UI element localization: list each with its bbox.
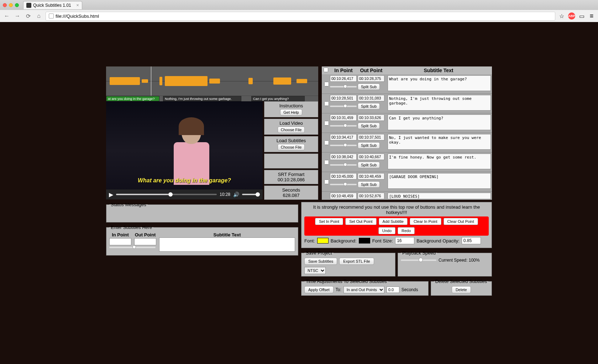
enter-in-input[interactable] [109,238,131,245]
enter-text-input[interactable] [159,237,295,252]
split-sub-button[interactable]: Split Sub [358,123,380,129]
subtitle-row-checkbox[interactable] [324,121,329,125]
timeline-segment[interactable]: Nothing, I'm just throwing out some garb… [163,96,241,101]
clear-in-point-button[interactable]: Clear In Point [410,218,441,225]
out-point-input[interactable] [358,95,384,101]
in-point-input[interactable] [330,154,357,160]
split-sub-button[interactable]: Split Sub [358,84,380,90]
volume-slider[interactable] [242,194,260,195]
subtitle-text-input[interactable]: Can I get you anything? [388,114,491,130]
play-icon[interactable]: ▶ [109,191,113,198]
subtitle-row: Split SubNo, I just wanted to make sure … [322,133,492,152]
subtitle-row-checkbox[interactable] [324,101,329,106]
in-point-input[interactable] [330,134,357,140]
in-point-input[interactable] [330,193,357,199]
in-point-input[interactable] [330,95,357,101]
subtitle-text-input[interactable]: [LOUD NOISES] [388,193,491,199]
device-icon[interactable]: ▭ [578,12,585,20]
delete-button[interactable]: Delete [452,286,471,293]
save-subtitles-button[interactable]: Save Subtitles [304,258,337,265]
redo-button[interactable]: Redo [398,227,415,234]
split-sub-button[interactable]: Split Sub [358,162,380,168]
timeline-segment[interactable]: Can I get you anything? [251,96,305,101]
subtitle-list[interactable]: Split SubWhat are you doing in the garag… [322,74,492,199]
subtitle-row-checkbox[interactable] [324,140,329,145]
add-subtitle-button[interactable]: Add Subtitle [379,218,408,225]
forward-icon[interactable]: → [14,12,21,20]
out-point-input[interactable] [358,173,384,180]
row-offset-slider[interactable] [330,86,357,87]
empty-panel [264,154,318,168]
row-offset-slider[interactable] [330,145,357,146]
subtitle-row-checkbox[interactable] [324,160,329,165]
enter-out-input[interactable] [134,238,156,245]
subtitle-row: Split SubNothing, I'm just throwing out … [322,94,492,113]
reload-icon[interactable]: ⟳ [24,12,32,20]
enter-offset-slider[interactable] [109,247,156,248]
row-offset-slider[interactable] [330,106,357,107]
tab-close-icon[interactable]: × [76,2,79,8]
abp-icon[interactable]: ABP [568,12,575,20]
row-offset-slider[interactable] [330,164,357,166]
split-sub-button[interactable]: Split Sub [358,142,380,149]
choose-video-file-button[interactable]: Choose File [278,127,305,133]
export-format-select[interactable]: NTSC [304,267,326,274]
subtitle-timeline[interactable]: at are you doing in the garage? Nothing,… [106,96,318,101]
subtitle-text-input[interactable]: [GARAGE DOOR OPENING] [388,173,491,189]
set-out-point-button[interactable]: Set Out Point [345,218,376,225]
font-size-input[interactable] [395,237,414,244]
close-window-icon[interactable] [3,3,7,7]
split-sub-button[interactable]: Split Sub [358,103,380,109]
video-player[interactable]: What are you doing in the garage? ▶ 10:2… [106,101,263,199]
bookmark-icon[interactable]: ☆ [558,12,565,20]
playback-speed-slider[interactable] [401,259,436,261]
split-sub-button[interactable]: Split Sub [358,181,380,188]
out-point-input[interactable] [358,75,384,82]
select-all-checkbox[interactable] [324,68,328,72]
choose-subtitles-file-button[interactable]: Choose File [278,144,305,150]
set-in-point-button[interactable]: Set In Point [315,218,343,225]
opacity-input[interactable] [462,237,481,244]
time-adjustments-legend: Time Adjustments To Selected Subtitles [304,279,388,284]
apply-offset-button[interactable]: Apply Offset [304,286,334,293]
back-icon[interactable]: ← [3,12,11,20]
clear-out-point-button[interactable]: Clear Out Point [444,218,478,225]
subtitle-text-input[interactable]: I'm fine honey. Now go get some rest. [388,154,491,169]
out-point-input[interactable] [358,114,384,121]
subtitle-text-input[interactable]: No, I just wanted to make sure you were … [388,134,491,150]
playhead-icon[interactable] [151,66,151,96]
volume-icon[interactable]: 🔊 [233,192,239,197]
subtitle-row-checkbox[interactable] [324,180,329,184]
out-point-input[interactable] [358,134,384,140]
font-color-swatch[interactable] [317,238,329,243]
maximize-window-icon[interactable] [15,3,19,7]
background-color-swatch[interactable] [359,238,370,243]
in-point-input[interactable] [330,173,357,180]
minimize-window-icon[interactable] [9,3,13,7]
menu-icon[interactable]: ≡ [588,12,595,20]
instructions-panel: Instructions Get Help [264,101,318,117]
get-help-button[interactable]: Get Help [280,109,302,116]
url-input[interactable]: file:///QuickSubs.html [46,12,555,21]
in-point-input[interactable] [330,75,357,82]
subtitle-row-checkbox[interactable] [324,82,329,86]
subtitle-list-header: In Point Out Point Subtitle Text [322,66,492,74]
out-point-input[interactable] [358,154,384,160]
row-offset-slider[interactable] [330,125,357,127]
waveform-display[interactable] [106,66,318,96]
out-point-input[interactable] [358,193,384,199]
subtitle-text-input[interactable]: Nothing, I'm just throwing out some garb… [388,95,491,111]
offset-value-input[interactable] [387,287,399,293]
in-point-input[interactable] [330,114,357,121]
browser-tab[interactable]: Quick Subtitles 1.01 × [23,1,82,9]
home-icon[interactable]: ⌂ [35,12,43,20]
load-video-title: Load Video [267,121,316,126]
row-offset-slider[interactable] [330,184,357,185]
timeline-segment-active[interactable]: at are you doing in the garage? [106,96,159,101]
video-scrubber[interactable] [116,194,217,195]
export-stl-button[interactable]: Export STL File [339,258,374,265]
undo-button[interactable]: Undo [378,227,395,234]
subtitle-row: Split SubWhat are you doing in the garag… [322,74,492,94]
offset-target-select[interactable]: In and Out Points [343,286,384,293]
subtitle-text-input[interactable]: What are you doing in the garage? [388,75,491,91]
